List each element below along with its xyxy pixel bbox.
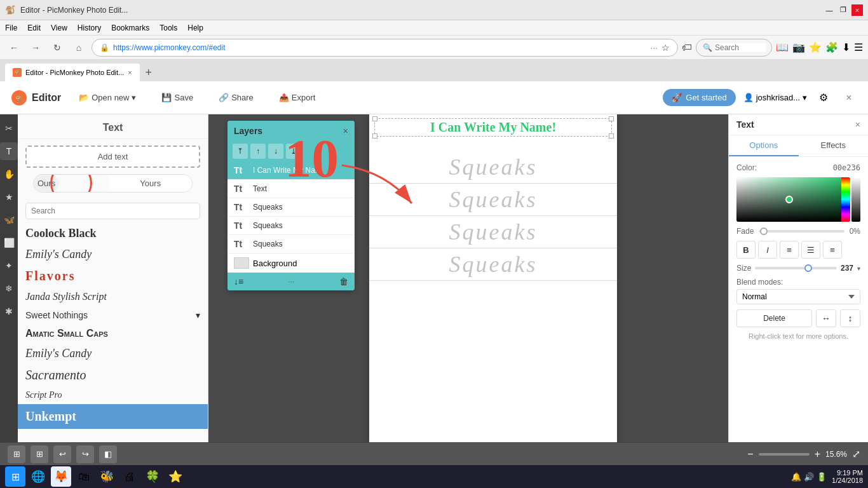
squeak-row[interactable]: Squeaks: [369, 248, 617, 281]
taskbar-icon-store[interactable]: 🛍: [74, 466, 94, 487]
crop-tool[interactable]: ✂: [0, 119, 18, 137]
color-picker-lightness-strip[interactable]: [851, 177, 860, 222]
font-item[interactable]: Coolock Black: [18, 223, 208, 244]
home-button[interactable]: ⌂: [70, 39, 88, 57]
font-item[interactable]: Script Pro: [18, 386, 208, 404]
zoom-in-button[interactable]: +: [815, 449, 820, 460]
user-info[interactable]: 👤 joshkrisad... ▾: [743, 93, 807, 102]
handle-tr[interactable]: [609, 116, 614, 121]
taskbar-icon-printer[interactable]: 🖨: [119, 466, 140, 487]
bold-button[interactable]: B: [736, 241, 756, 259]
layer-down-button[interactable]: ↓: [268, 144, 283, 159]
delete-button[interactable]: Delete: [736, 309, 812, 327]
undo-button[interactable]: ↩: [53, 445, 71, 463]
zoom-slider[interactable]: [759, 453, 810, 456]
menu-icon[interactable]: ☰: [854, 41, 863, 53]
right-panel-close-button[interactable]: ×: [855, 119, 860, 130]
font-item[interactable]: Emily's Candy: [18, 244, 208, 265]
menu-history[interactable]: History: [78, 24, 101, 32]
align-center-button[interactable]: ☰: [801, 241, 820, 259]
redo-button[interactable]: ↪: [76, 445, 94, 463]
snowflake-tool[interactable]: ❄: [0, 280, 18, 297]
menu-bookmarks[interactable]: Bookmarks: [111, 24, 149, 32]
font-item[interactable]: Amatic Small Caps: [18, 324, 208, 343]
fade-slider[interactable]: [759, 230, 844, 233]
font-search-input[interactable]: [25, 203, 200, 219]
font-item[interactable]: Sacramento: [18, 364, 208, 386]
layer-up-button[interactable]: ↑: [250, 144, 266, 159]
get-started-button[interactable]: 🚀 Get started: [663, 89, 735, 106]
browser-tab[interactable]: 🐒 Editor - PicMonkey Photo Edit... ×: [5, 64, 140, 81]
font-item[interactable]: Flavors: [18, 265, 208, 287]
font-item[interactable]: Sweet Nothings ▾: [18, 306, 208, 324]
new-tab-button[interactable]: +: [140, 64, 158, 81]
layer-to-top-button[interactable]: ⤒: [233, 144, 248, 159]
grid-button[interactable]: ⊞: [31, 445, 48, 463]
size-slider[interactable]: [755, 267, 837, 269]
back-button[interactable]: ←: [5, 39, 23, 57]
compare-button[interactable]: ◧: [99, 445, 117, 463]
fade-slider-handle[interactable]: [760, 227, 768, 235]
expand-button[interactable]: ⤢: [852, 448, 860, 460]
layer-move-down-icon[interactable]: ↓≡: [234, 276, 243, 287]
minimize-button[interactable]: —: [824, 4, 835, 16]
text-tool[interactable]: T: [0, 142, 18, 160]
canvas-background[interactable]: 10 I Can Write My Name!: [208, 114, 728, 442]
yours-tab[interactable]: Yours: [109, 175, 193, 192]
refresh-button[interactable]: ↻: [48, 39, 66, 57]
layers-toggle-button[interactable]: ⊞: [8, 445, 25, 463]
handle-tl[interactable]: [372, 116, 377, 121]
add-text-button[interactable]: Add text: [25, 146, 200, 168]
layers-close-button[interactable]: ×: [343, 126, 348, 136]
star-icon[interactable]: ⭐: [809, 41, 822, 53]
brush-tool[interactable]: ✱: [0, 302, 18, 320]
options-tab[interactable]: Options: [729, 135, 799, 156]
texture-tool[interactable]: ✦: [0, 257, 18, 274]
align-left-button[interactable]: ≡: [780, 241, 799, 259]
size-dropdown-button[interactable]: ▾: [857, 265, 860, 272]
bookmark-icon[interactable]: ☆: [661, 43, 670, 53]
open-new-button[interactable]: 📂 Open new ▾: [71, 89, 144, 106]
reading-list-icon[interactable]: 📖: [776, 41, 789, 53]
flip-horizontal-button[interactable]: ↔: [816, 309, 836, 327]
italic-button[interactable]: I: [758, 241, 777, 259]
butterfly-tool[interactable]: 🦋: [0, 211, 18, 229]
download-icon[interactable]: ⬇: [842, 41, 850, 53]
layers-more-icon[interactable]: ···: [288, 277, 295, 286]
handle-br[interactable]: [609, 133, 614, 139]
blend-select[interactable]: Normal Multiply Screen Overlay: [736, 289, 860, 304]
share-button[interactable]: 🔗 Share: [211, 89, 261, 106]
color-picker-handle[interactable]: [785, 196, 793, 203]
extensions-icon[interactable]: 🧩: [825, 41, 838, 53]
color-picker-gradient[interactable]: [736, 177, 841, 222]
export-button[interactable]: 📤 Export: [271, 89, 323, 106]
resize-button[interactable]: ↕: [840, 309, 860, 327]
pocket-icon[interactable]: 🏷: [682, 42, 692, 53]
settings-button[interactable]: ⚙: [815, 89, 832, 107]
menu-tools[interactable]: Tools: [159, 24, 177, 32]
taskbar-icon-clover[interactable]: 🍀: [142, 466, 163, 487]
maximize-button[interactable]: ❐: [837, 4, 849, 16]
taskbar-icon-star[interactable]: ⭐: [165, 466, 186, 487]
frames-tool[interactable]: ⬜: [0, 234, 18, 252]
header-close-button[interactable]: ×: [840, 89, 858, 107]
canvas-title[interactable]: I Can Write My Name!: [376, 120, 610, 135]
taskbar-icon-firefox[interactable]: 🦊: [51, 466, 71, 487]
tab-close-button[interactable]: ×: [128, 69, 132, 76]
size-slider-handle[interactable]: [804, 264, 812, 272]
color-picker[interactable]: [736, 177, 860, 222]
effects-tool[interactable]: ★: [0, 188, 18, 206]
menu-file[interactable]: File: [5, 24, 17, 32]
layer-background-item[interactable]: Background: [227, 254, 355, 273]
align-right-button[interactable]: ≡: [823, 241, 842, 259]
color-picker-hue-strip[interactable]: [841, 177, 850, 222]
menu-help[interactable]: Help: [187, 24, 203, 32]
font-item[interactable]: Janda Stylish Script: [18, 287, 208, 306]
zoom-out-button[interactable]: −: [747, 449, 753, 460]
menu-edit[interactable]: Edit: [27, 24, 41, 32]
camera-icon[interactable]: 📷: [792, 41, 805, 53]
url-input[interactable]: [113, 43, 646, 52]
layer-delete-button[interactable]: 🗑: [339, 276, 348, 287]
save-button[interactable]: 💾 Save: [154, 89, 201, 106]
font-item[interactable]: Emily's Candy: [18, 343, 208, 364]
